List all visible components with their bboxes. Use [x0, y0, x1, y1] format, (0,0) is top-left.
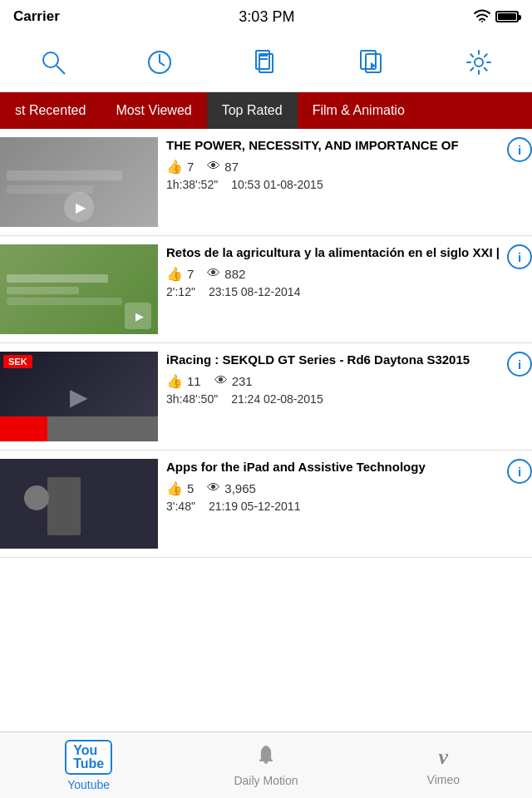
like-count: 👍 11 [166, 373, 201, 389]
like-count: 👍 7 [166, 266, 194, 282]
video-title: Apps for the iPad and Assistive Technolo… [166, 459, 525, 475]
video-duration: 3h:48':50" [166, 392, 218, 406]
video-meta-bottom: 3h:48':50" 21:24 02-08-2015 [166, 392, 525, 406]
settings-button[interactable] [458, 42, 500, 83]
video-meta-bottom: 1h:38':52" 10:53 01-08-2015 [166, 178, 525, 191]
eye-icon: 👁 [207, 159, 220, 174]
video-thumbnail: ▶ [0, 244, 158, 334]
info-button[interactable]: i [507, 244, 532, 269]
info-button[interactable]: i [507, 137, 532, 162]
wifi-icon [474, 9, 490, 25]
video-datetime: 21:19 05-12-2011 [209, 500, 301, 513]
playlist-button[interactable] [352, 42, 393, 83]
video-duration: 3':48" [166, 500, 195, 513]
list-item: i Apps for the iPad and Assistive Techno… [0, 451, 532, 558]
status-icons [474, 9, 519, 25]
like-count: 👍 7 [166, 159, 194, 175]
view-count: 👁 3,965 [207, 480, 256, 495]
list-item: ▶ i THE POWER, NECESSITY, AND IMPORTANCE… [0, 129, 532, 236]
video-duration: 2':12" [166, 285, 195, 298]
video-title: THE POWER, NECESSITY, AND IMPORTANCE OF [166, 137, 525, 154]
like-icon: 👍 [166, 159, 183, 175]
video-details: i iRacing : SEKQLD GT Series - Rd6 Dayto… [166, 352, 532, 406]
video-datetime: 21:24 02-08-2015 [231, 392, 323, 406]
like-icon: 👍 [166, 266, 183, 282]
video-duration: 1h:38':52" [166, 178, 218, 191]
video-list: ▶ i THE POWER, NECESSITY, AND IMPORTANCE… [0, 129, 532, 558]
like-icon: 👍 [166, 373, 183, 389]
bottom-tab-bar: YouTube Youtube Daily Motion v Vimeo [0, 732, 532, 798]
dailymotion-label: Daily Motion [234, 774, 298, 787]
video-datetime: 10:53 01-08-2015 [231, 178, 323, 191]
like-icon: 👍 [166, 480, 183, 496]
youtube-logo: YouTube [65, 740, 112, 775]
time-label: 3:03 PM [239, 8, 294, 26]
svg-rect-12 [264, 761, 268, 764]
svg-point-10 [475, 58, 483, 66]
tab-most-recented[interactable]: st Recented [0, 92, 101, 129]
eye-icon: 👁 [207, 480, 220, 495]
view-count: 👁 87 [207, 159, 239, 174]
tab-dailymotion[interactable]: Daily Motion [178, 744, 353, 787]
vimeo-label: Vimeo [427, 773, 460, 786]
battery-icon [495, 11, 519, 22]
eye-icon: 👁 [207, 266, 220, 281]
toolbar [0, 33, 532, 92]
video-details: i Apps for the iPad and Assistive Techno… [166, 459, 532, 513]
video-thumbnail [0, 459, 158, 549]
video-title: iRacing : SEKQLD GT Series - Rd6 Daytona… [166, 352, 525, 368]
dailymotion-icon [254, 744, 278, 771]
view-count: 👁 882 [207, 266, 245, 281]
video-details: i Retos de la agricultura y la alimentac… [166, 244, 532, 298]
video-datetime: 23:15 08-12-2014 [209, 285, 301, 298]
like-count: 👍 5 [166, 480, 194, 496]
video-meta-bottom: 2':12" 23:15 08-12-2014 [166, 285, 525, 298]
svg-line-2 [57, 66, 65, 74]
youtube-label: Youtube [67, 778, 110, 791]
tab-youtube[interactable]: YouTube Youtube [1, 740, 176, 791]
video-details: i THE POWER, NECESSITY, AND IMPORTANCE O… [166, 137, 532, 191]
tab-top-rated[interactable]: Top Rated [207, 92, 298, 129]
bookmarks-button[interactable] [245, 42, 287, 83]
tab-most-viewed[interactable]: Most Viewed [101, 92, 206, 129]
list-item: ▶ i Retos de la agricultura y la aliment… [0, 236, 532, 343]
carrier-label: Carrier [13, 8, 60, 25]
info-button[interactable]: i [507, 459, 532, 484]
view-count: 👁 231 [214, 373, 253, 388]
list-item: SEK ▶ i iRacing : SEKQLD GT Series - Rd6… [0, 343, 532, 451]
tab-bar: st Recented Most Viewed Top Rated Film &… [0, 92, 532, 129]
video-thumbnail: SEK ▶ [0, 352, 158, 441]
info-button[interactable]: i [507, 352, 532, 377]
video-meta-bottom: 3':48" 21:19 05-12-2011 [166, 500, 525, 513]
vimeo-icon: v [439, 745, 449, 770]
history-button[interactable] [139, 42, 180, 83]
svg-point-1 [43, 52, 58, 67]
video-title: Retos de la agricultura y la alimentació… [166, 244, 525, 261]
svg-point-0 [481, 21, 483, 22]
eye-icon: 👁 [214, 373, 228, 388]
search-button[interactable] [32, 42, 74, 83]
tab-film-animation[interactable]: Film & Animatio [298, 92, 420, 129]
tab-vimeo[interactable]: v Vimeo [356, 745, 531, 786]
video-thumbnail: ▶ [0, 137, 158, 227]
svg-rect-11 [259, 759, 273, 761]
status-bar: Carrier 3:03 PM [0, 0, 532, 33]
